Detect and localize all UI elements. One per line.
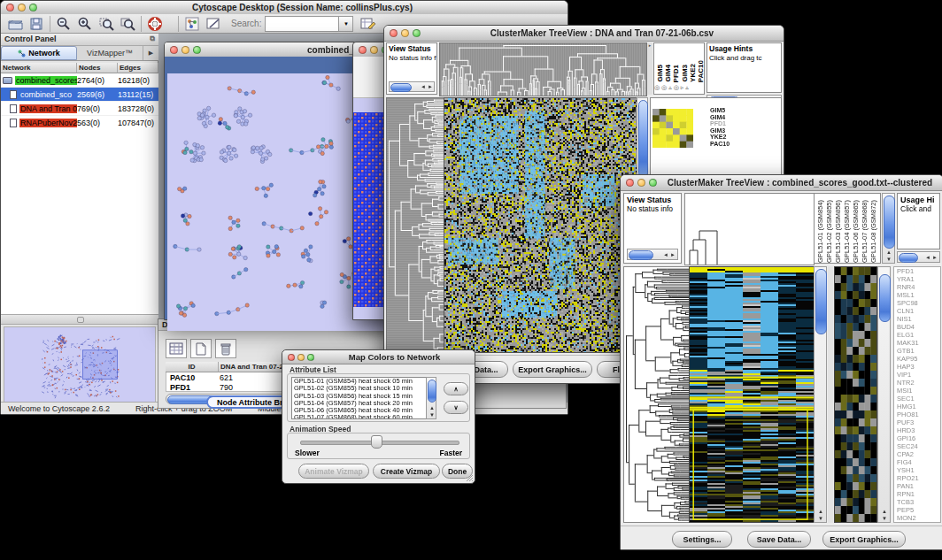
data-table-icon[interactable]: [166, 339, 187, 358]
scroll-up-icon[interactable]: ▲: [429, 405, 435, 410]
tv2-gene-label[interactable]: CPA2: [897, 450, 940, 458]
scroll-right-icon[interactable]: ►: [932, 255, 938, 260]
scrollbar-thumb[interactable]: [390, 83, 412, 92]
close-icon[interactable]: [170, 46, 178, 54]
scrollbar-thumb[interactable]: [884, 196, 895, 249]
scroll-down-icon[interactable]: ▼: [886, 257, 892, 262]
scroll-up-icon[interactable]: ▲: [882, 509, 887, 514]
scrollbar-thumb[interactable]: [638, 100, 648, 178]
treeview2-titlebar[interactable]: ClusterMaker TreeView : combined_scores_…: [621, 175, 942, 191]
network-row[interactable]: combined_scores 2764(0) 16218(0): [1, 73, 158, 88]
delete-trash-icon[interactable]: [215, 339, 236, 358]
tv2-column-dendrogram[interactable]: [684, 193, 815, 265]
tv2-gene-label[interactable]: MSL1: [897, 291, 940, 299]
tab-vizmapper[interactable]: VizMapper™: [77, 46, 143, 60]
tv2-column-label[interactable]: GPL51-06 (GSM865): [852, 200, 860, 263]
tv2-gene-label[interactable]: NIS1: [897, 315, 940, 323]
tv1-column-dendrogram[interactable]: [439, 42, 647, 96]
col-header-edges[interactable]: Edges: [118, 63, 158, 73]
close-icon[interactable]: [626, 179, 634, 187]
speed-slider-thumb[interactable]: [371, 435, 382, 449]
attr-col-id[interactable]: ID: [166, 362, 219, 372]
tv1-gene-label[interactable]: GIM4: [710, 114, 763, 121]
zoom-window-icon[interactable]: [649, 179, 657, 187]
tv2-gene-label[interactable]: SEC1: [897, 395, 940, 403]
scroll-right-icon[interactable]: ►: [670, 252, 676, 257]
tv2-column-label[interactable]: GPL51-03 (GSM856): [834, 200, 842, 263]
tv2-column-label[interactable]: GPL51-04 (GSM857): [843, 200, 851, 263]
tv2-column-label[interactable]: GPL51-02 (GSM855): [825, 200, 833, 263]
zoom-selected-icon[interactable]: [97, 16, 115, 32]
minimize-icon[interactable]: [297, 354, 305, 361]
new-attribute-icon[interactable]: [190, 339, 212, 358]
col-header-nodes[interactable]: Nodes: [77, 63, 118, 73]
network-row[interactable]: DNA and Tran 07 769(0) 183728(0): [1, 102, 158, 116]
tv2-gene-label[interactable]: CLN1: [897, 307, 940, 315]
tv1-status-hscrollbar[interactable]: ◄ ►: [389, 81, 435, 92]
attribute-list-item[interactable]: GPL51-04 (GSM857) heat shock 20 min: [292, 400, 436, 407]
treeview1-titlebar[interactable]: ClusterMaker TreeView : DNA and Tran 07-…: [384, 26, 784, 42]
scroll-down-icon[interactable]: ▼: [882, 516, 887, 521]
tv2-gene-label[interactable]: YSH1: [897, 466, 940, 474]
help-lifering-icon[interactable]: [146, 16, 164, 32]
tv2-column-label[interactable]: GPL51-01 (GSM854): [816, 200, 824, 263]
scrollbar-thumb[interactable]: [428, 380, 436, 403]
minimize-icon[interactable]: [401, 29, 409, 37]
minimize-icon[interactable]: [637, 179, 645, 187]
tv2-gene-label[interactable]: PAN1: [897, 482, 940, 490]
scroll-down-icon[interactable]: ▼: [818, 516, 823, 521]
move-down-button[interactable]: ∨: [444, 401, 468, 414]
zoom-out-icon[interactable]: [55, 16, 73, 32]
tv2-gene-label[interactable]: SPC98: [897, 299, 940, 307]
annotation-icon[interactable]: [205, 16, 222, 32]
network-nodes-icon[interactable]: [183, 16, 201, 32]
scrollbar-thumb[interactable]: [879, 274, 891, 322]
close-icon[interactable]: [359, 46, 367, 54]
tv1-gene-label[interactable]: PAC10: [710, 141, 763, 148]
tv2-gene-label[interactable]: RPN1: [897, 490, 940, 498]
scroll-down-icon[interactable]: ▼: [429, 412, 435, 418]
scroll-left-icon[interactable]: ◄: [663, 252, 668, 257]
attribute-listbox[interactable]: GPL51-01 (GSM854) heat shock 05 minGPL51…: [291, 377, 436, 419]
tv2-export-graphics-button[interactable]: Export Graphics...: [822, 531, 906, 548]
create-vizmap-button[interactable]: Create Vizmap: [373, 464, 440, 479]
tv2-usage-hscrollbar[interactable]: ◄ ►: [897, 251, 940, 263]
save-icon[interactable]: [27, 16, 45, 32]
search-dropdown-icon[interactable]: ▼: [339, 16, 353, 32]
dialog-titlebar[interactable]: Map Colors to Network: [282, 350, 475, 364]
scroll-right-icon[interactable]: ►: [428, 84, 433, 89]
zoom-fit-icon[interactable]: [119, 16, 136, 32]
scroll-up-icon[interactable]: ▲: [818, 509, 823, 514]
open-file-icon[interactable]: [6, 16, 24, 32]
minimize-icon[interactable]: [370, 46, 378, 54]
animate-vizmap-button[interactable]: Animate Vizmap: [298, 464, 369, 479]
tv2-gene-label[interactable]: MON2: [897, 514, 940, 522]
tv2-column-label[interactable]: GPL51-08 (GSM872): [869, 200, 877, 263]
scroll-left-icon[interactable]: ◄: [421, 84, 426, 89]
minimize-icon[interactable]: [181, 46, 189, 54]
attribute-list-item[interactable]: GPL51-01 (GSM854) heat shock 05 min: [292, 378, 436, 385]
tv2-gene-label[interactable]: NTR2: [897, 379, 940, 387]
attribute-list-scrollbar[interactable]: ▲ ▼: [426, 377, 436, 419]
close-icon[interactable]: [6, 4, 14, 12]
tab-network[interactable]: Network: [1, 46, 77, 60]
tv2-gene-label[interactable]: MAK31: [897, 339, 940, 347]
close-icon[interactable]: [288, 354, 295, 361]
network-overview-canvas[interactable]: [4, 326, 156, 404]
tv2-gene-label[interactable]: YRA1: [897, 275, 940, 283]
window-controls[interactable]: [6, 4, 37, 12]
tv1-gene-label[interactable]: GIM5: [710, 107, 763, 114]
tv2-gene-label[interactable]: MSI1: [897, 387, 940, 395]
tv2-column-label[interactable]: GPL51-07 (GSM868): [861, 200, 869, 263]
col-header-network[interactable]: Network: [1, 63, 77, 73]
tv1-mid-strip[interactable]: ▸: [647, 42, 652, 95]
minimize-icon[interactable]: [18, 4, 26, 12]
close-icon[interactable]: [390, 29, 398, 37]
tv2-gene-label[interactable]: RPO21: [897, 474, 940, 482]
network-row[interactable]: combined_sco 2569(6) 13112(15): [1, 88, 158, 102]
tv2-gene-label[interactable]: BUD4: [897, 323, 940, 331]
tv2-zoom-vscrollbar[interactable]: ▲ ▼: [877, 266, 891, 523]
scroll-left-icon[interactable]: ◄: [925, 255, 930, 260]
tv2-gene-label[interactable]: GTB1: [897, 347, 940, 355]
attribute-list-item[interactable]: GPL51-02 (GSM855) heat shock 10 min: [292, 385, 436, 392]
